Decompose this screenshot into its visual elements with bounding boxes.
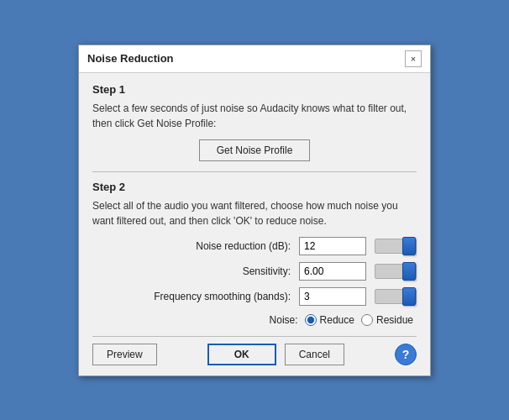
noise-reduction-label: Noise reduction (dB): (92, 240, 291, 252)
reduce-radio[interactable] (305, 314, 317, 326)
freq-smoothing-input[interactable] (299, 287, 366, 306)
noise-reduction-slider-thumb[interactable] (402, 237, 416, 255)
preview-button[interactable]: Preview (92, 344, 157, 365)
freq-smoothing-slider-container (375, 289, 417, 304)
dialog-body: Step 1 Select a few seconds of just nois… (79, 73, 430, 375)
sensitivity-slider-container (375, 264, 417, 279)
get-noise-profile-button[interactable]: Get Noise Profile (199, 139, 311, 161)
ok-button[interactable]: OK (207, 344, 276, 365)
sensitivity-slider-track[interactable] (375, 264, 417, 279)
step1-header: Step 1 (92, 83, 417, 96)
title-bar: Noise Reduction × (79, 45, 430, 73)
noise-reduction-input[interactable] (299, 237, 366, 255)
noise-options-row: Noise: Reduce Residue (92, 314, 417, 326)
dialog-title: Noise Reduction (87, 52, 174, 65)
freq-smoothing-label: Frequency smoothing (bands): (92, 291, 291, 302)
help-button[interactable]: ? (395, 344, 417, 365)
residue-option[interactable]: Residue (361, 314, 413, 326)
step1-description: Select a few seconds of just noise so Au… (92, 101, 417, 131)
close-button[interactable]: × (405, 50, 422, 67)
buttons-row: Preview OK Cancel ? (92, 336, 417, 365)
step1-section: Step 1 Select a few seconds of just nois… (92, 83, 417, 161)
step2-section: Step 2 Select all of the audio you want … (92, 181, 417, 326)
residue-label: Residue (376, 314, 413, 326)
noise-reduction-slider-track[interactable] (375, 239, 417, 254)
section-divider (92, 171, 417, 172)
get-profile-row: Get Noise Profile (92, 139, 417, 161)
reduce-label: Reduce (320, 314, 354, 326)
sensitivity-slider-thumb[interactable] (402, 262, 416, 281)
noise-reduction-dialog: Noise Reduction × Step 1 Select a few se… (78, 45, 431, 376)
freq-smoothing-slider-thumb[interactable] (402, 287, 416, 306)
center-buttons: OK Cancel (207, 344, 344, 365)
reduce-option[interactable]: Reduce (305, 314, 354, 326)
step2-description: Select all of the audio you want filtere… (92, 198, 417, 228)
noise-label: Noise: (270, 314, 298, 326)
residue-radio[interactable] (361, 314, 373, 326)
step2-header: Step 2 (92, 181, 417, 193)
cancel-button[interactable]: Cancel (285, 344, 344, 365)
freq-smoothing-slider-track[interactable] (375, 289, 417, 304)
sensitivity-label: Sensitivity: (92, 265, 291, 277)
sensitivity-input[interactable] (299, 262, 366, 281)
controls-grid: Noise reduction (dB): Sensitivity: Frequ (92, 237, 417, 306)
noise-reduction-slider-container (375, 239, 417, 254)
